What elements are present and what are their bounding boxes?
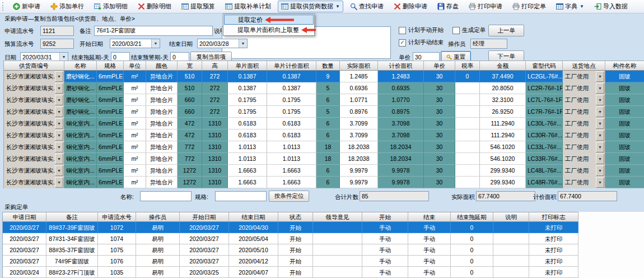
table-cell[interactable]: 5 bbox=[316, 82, 340, 94]
order-cell[interactable]: 开始 bbox=[278, 244, 313, 256]
table-cell[interactable]: 固玻 bbox=[605, 129, 644, 141]
menu-item-extract-piece-area-round-up[interactable]: 提取单片面积向上取整 bbox=[224, 25, 314, 35]
remark-input[interactable] bbox=[94, 26, 213, 36]
table-cell[interactable]: 钢化室内... bbox=[64, 118, 97, 129]
order-cell[interactable]: 开始 bbox=[278, 233, 313, 244]
main-column-header[interactable]: 颜色 bbox=[146, 61, 178, 71]
supplier-combobox[interactable]: 长沙市潇湘玻璃实...▼ bbox=[4, 118, 64, 129]
delivery-location-combobox[interactable]: 工厂使用▼ bbox=[563, 94, 605, 106]
table-cell[interactable]: 1.0771 bbox=[340, 94, 378, 106]
table-cell[interactable]: 6mmPLE... bbox=[97, 94, 124, 106]
table-cell[interactable]: 299.9340 bbox=[480, 165, 526, 177]
order-cell[interactable]: 2020/03/27 bbox=[180, 244, 229, 256]
chevron-down-icon[interactable]: ▼ bbox=[55, 106, 63, 117]
table-cell[interactable]: 111.2940 bbox=[480, 118, 526, 129]
order-cell[interactable]: 易明 bbox=[136, 244, 180, 256]
order-cell[interactable] bbox=[493, 267, 529, 278]
orders-column-header[interactable]: 打印标志 bbox=[529, 212, 578, 222]
main-column-header[interactable]: 规格 bbox=[97, 61, 124, 71]
table-cell[interactable]: 0.6183 bbox=[228, 129, 267, 141]
table-cell[interactable]: 272 bbox=[202, 71, 228, 82]
main-column-header[interactable]: 单价 bbox=[424, 61, 455, 71]
table-cell[interactable]: LC2GL-76#... bbox=[526, 71, 563, 82]
table-cell[interactable]: 1272 bbox=[178, 177, 202, 188]
main-column-header[interactable]: 计价面积 bbox=[378, 61, 424, 71]
chevron-down-icon[interactable]: ▼ bbox=[55, 130, 63, 141]
table-row[interactable]: 长沙市潇湘玻璃实...▼磨砂钢化...6mmPLE...m²异地合片510272… bbox=[4, 71, 644, 82]
orders-column-header[interactable]: 备注 bbox=[46, 212, 98, 222]
order-cell[interactable]: 未打印 bbox=[529, 267, 578, 278]
table-cell[interactable]: 772 bbox=[178, 141, 202, 153]
delivery-location-combobox[interactable]: 工厂使用▼ bbox=[563, 106, 605, 118]
table-row[interactable]: 长沙市潇湘玻璃实...▼钢化室内...6mmPLE...m²异地合片772131… bbox=[4, 153, 644, 165]
delivery-location-combobox[interactable]: 工厂使用▼ bbox=[563, 153, 605, 165]
table-cell[interactable]: 272 bbox=[202, 106, 228, 118]
table-cell[interactable]: 18.2034 bbox=[378, 141, 424, 153]
table-row[interactable]: 长沙市潇湘玻璃实...▼磨砂钢化...6mmPLE...m²异地合片660272… bbox=[4, 106, 644, 118]
order-cell[interactable]: 0 bbox=[451, 222, 493, 233]
chevron-down-icon[interactable]: ▼ bbox=[596, 165, 604, 176]
table-cell[interactable]: 9.9979 bbox=[340, 165, 378, 177]
supplier-combobox[interactable]: 长沙市潇湘玻璃实...▼ bbox=[4, 82, 64, 94]
orders-column-header[interactable]: 结束日期 bbox=[229, 212, 278, 222]
order-cell[interactable] bbox=[313, 222, 362, 233]
order-cell[interactable]: 易明 bbox=[136, 267, 180, 278]
table-cell[interactable]: 钢化室内... bbox=[64, 141, 97, 153]
chevron-down-icon[interactable]: ▼ bbox=[55, 95, 63, 105]
table-cell[interactable]: 0.8975 bbox=[378, 106, 424, 118]
table-cell[interactable]: 30 bbox=[424, 141, 455, 153]
order-cell[interactable]: 2020/05/10 bbox=[229, 244, 278, 256]
start-date-picker[interactable]: 2020/03/21 ▼ bbox=[110, 39, 160, 48]
table-cell[interactable]: 磨砂钢化... bbox=[64, 106, 97, 118]
order-cell[interactable]: 1075 bbox=[98, 244, 136, 256]
table-cell[interactable]: 111.2940 bbox=[480, 129, 526, 141]
main-column-header[interactable]: 税率 bbox=[455, 61, 480, 71]
toolbar-button-save[interactable]: 存盘 bbox=[434, 1, 462, 12]
orders-column-header[interactable]: 结束拖延期 bbox=[451, 212, 493, 222]
table-cell[interactable]: 30 bbox=[424, 153, 455, 165]
table-cell[interactable]: 1310 bbox=[202, 129, 228, 141]
orders-column-header[interactable]: 申请流水号 bbox=[98, 212, 136, 222]
table-cell[interactable]: LC7L-76#-1FO bbox=[526, 94, 563, 106]
table-cell[interactable]: 6mmPLE... bbox=[97, 177, 124, 188]
main-column-header[interactable]: 数量 bbox=[316, 61, 340, 71]
delivery-location-combobox[interactable]: 工厂使用▼ bbox=[563, 165, 605, 177]
supplier-combobox[interactable]: 长沙市潇湘玻璃实...▼ bbox=[4, 106, 64, 118]
order-cell[interactable]: 手动 bbox=[362, 267, 408, 278]
order-cell[interactable]: 1076 bbox=[98, 256, 136, 267]
delivery-location-combobox[interactable]: 工厂使用▼ bbox=[563, 118, 605, 129]
main-column-header[interactable]: 实际面积 bbox=[340, 61, 378, 71]
table-cell[interactable]: 0.1387 bbox=[228, 82, 267, 94]
delivery-location-combobox[interactable]: 工厂使用▼ bbox=[563, 141, 605, 153]
toolbar-button-extract-supplier-data[interactable]: 提取供货商数据▼ bbox=[278, 1, 343, 12]
order-cell[interactable]: 未打印 bbox=[529, 222, 578, 233]
toolbar-button-find-request[interactable]: 查找申请 bbox=[347, 1, 387, 12]
table-cell[interactable] bbox=[455, 94, 480, 106]
order-cell[interactable]: 易明 bbox=[136, 222, 180, 233]
order-cell[interactable]: 手动 bbox=[408, 222, 451, 233]
table-cell[interactable]: 1.2483 bbox=[378, 71, 424, 82]
table-cell[interactable]: 0.1387 bbox=[228, 71, 267, 82]
table-cell[interactable]: 0.1795 bbox=[267, 94, 316, 106]
table-cell[interactable]: 272 bbox=[202, 94, 228, 106]
supplier-combobox[interactable]: 长沙市潇湘玻璃实...▼ bbox=[4, 71, 64, 82]
table-cell[interactable]: 30 bbox=[424, 94, 455, 106]
locate-name-input[interactable] bbox=[140, 191, 192, 201]
table-cell[interactable]: 30 bbox=[424, 82, 455, 94]
table-cell[interactable]: 1.0113 bbox=[228, 153, 267, 165]
chevron-down-icon[interactable]: ▼ bbox=[59, 53, 68, 61]
order-cell[interactable]: 未打印 bbox=[529, 233, 578, 244]
order-cell[interactable]: 2020/03/27 bbox=[3, 222, 46, 233]
table-cell[interactable]: 0.1795 bbox=[267, 106, 316, 118]
table-cell[interactable]: 3.7098 bbox=[378, 118, 424, 129]
table-cell[interactable]: 钢化室内... bbox=[64, 153, 97, 165]
toolbar-button-extract-budget[interactable]: 提取预算 bbox=[178, 1, 218, 12]
order-cell[interactable]: 手动 bbox=[408, 256, 451, 267]
chevron-down-icon[interactable]: ▼ bbox=[596, 130, 604, 141]
table-cell[interactable]: 1.6663 bbox=[228, 165, 267, 177]
chevron-down-icon[interactable]: ▼ bbox=[55, 83, 63, 94]
order-cell[interactable]: 手动 bbox=[362, 222, 408, 233]
chevron-down-icon[interactable]: ▼ bbox=[151, 39, 160, 48]
chevron-down-icon[interactable]: ▼ bbox=[55, 118, 63, 129]
table-cell[interactable]: m² bbox=[124, 82, 146, 94]
